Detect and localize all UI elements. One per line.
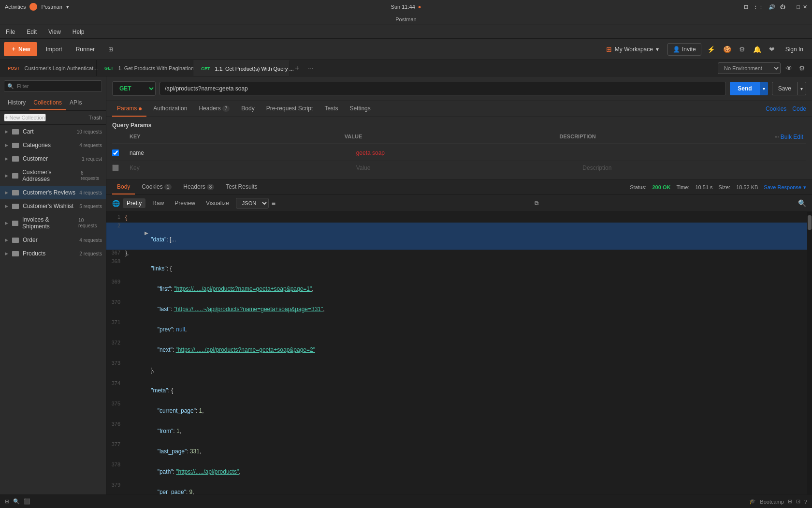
req-tab-params[interactable]: Params	[112, 101, 146, 117]
postman-icon	[29, 3, 37, 11]
minimize-btn[interactable]: ─	[790, 4, 794, 10]
req-tab-prerequest[interactable]: Pre-request Script	[261, 101, 318, 117]
url-input[interactable]	[160, 82, 726, 95]
tab-bar: POST Customer's Login Authenticat... GET…	[0, 60, 812, 76]
resp-tab-headers[interactable]: Headers8	[178, 180, 219, 194]
help-icon[interactable]: ?	[804, 499, 807, 505]
cookie-icon-btn[interactable]: 🍪	[721, 44, 733, 55]
import-button[interactable]: Import	[41, 43, 67, 56]
save-button[interactable]: Save	[772, 82, 798, 95]
collection-item-customer[interactable]: ▶ Customer 1 request	[0, 152, 106, 165]
layout-icon-2[interactable]: ⊡	[796, 498, 800, 505]
collection-item-products[interactable]: ▶ Products 2 requests	[0, 247, 106, 260]
tab-more-button[interactable]: ···	[304, 64, 318, 72]
bootcamp-label[interactable]: Bootcamp	[760, 499, 784, 505]
sidebar-tab-collections[interactable]: Collections	[29, 96, 66, 110]
grid-button[interactable]: ⊞	[103, 43, 118, 56]
sidebar-tab-history[interactable]: History	[4, 96, 29, 110]
new-button[interactable]: ＋ New	[4, 42, 37, 56]
raw-btn[interactable]: Raw	[148, 198, 168, 208]
search-response-icon[interactable]: 🔍	[798, 199, 806, 207]
tab-post-login[interactable]: POST Customer's Login Authenticat...	[0, 60, 97, 76]
param-checkbox-empty[interactable]	[112, 164, 119, 171]
eye-icon-btn[interactable]: 👁	[783, 62, 794, 74]
code-area[interactable]: 1 { 2 ▶ "data": [... 367 }, 368	[106, 212, 812, 494]
line-num-379: 379	[108, 482, 125, 488]
resp-tab-cookies[interactable]: Cookies1	[137, 180, 176, 194]
bell-icon-btn[interactable]: 🔔	[751, 44, 763, 55]
req-tab-body[interactable]: Body	[236, 101, 259, 117]
monitor-icon[interactable]: ⊞	[744, 4, 748, 10]
invite-button[interactable]: 👤 Invite	[667, 43, 701, 56]
sidebar-tab-apis[interactable]: APIs	[66, 96, 86, 110]
collection-item-order[interactable]: ▶ Order 4 requests	[0, 233, 106, 247]
method-select[interactable]: GET POST PUT DELETE	[112, 81, 156, 96]
collection-item-addresses[interactable]: ▶ Customer's Addresses 6 requests	[0, 165, 106, 186]
collapse-arrow-2[interactable]: ▶	[145, 230, 148, 236]
network-icon[interactable]: ⋮⋮	[753, 4, 764, 10]
collection-item-categories[interactable]: ▶ Categories 4 requests	[0, 138, 106, 152]
sign-in-button[interactable]: Sign In	[781, 43, 808, 56]
collection-item-invoices[interactable]: ▶ Invoices & Shipments 10 requests	[0, 213, 106, 233]
cookies-badge: 1	[164, 184, 172, 190]
close-btn[interactable]: ✕	[803, 4, 807, 10]
workspace-button[interactable]: ⊞ My Workspace ▾	[601, 43, 664, 56]
param-value-empty[interactable]	[353, 163, 580, 173]
dropdown-arrow[interactable]: ▾	[66, 4, 69, 10]
sidebar-filter-input[interactable]	[4, 80, 102, 92]
menu-help[interactable]: Help	[71, 28, 87, 36]
req-tab-settings[interactable]: Settings	[345, 101, 375, 117]
req-tab-headers[interactable]: Headers7	[194, 101, 234, 117]
status-icon-1[interactable]: ⊞	[5, 498, 9, 505]
volume-icon[interactable]: 🔊	[768, 4, 775, 10]
env-settings-icon-btn[interactable]: ⚙	[797, 62, 807, 74]
runner-button[interactable]: Runner	[71, 43, 100, 56]
collection-item-wishlist[interactable]: ▶ Customer's Wishlist 5 requests	[0, 199, 106, 213]
param-key-0[interactable]	[127, 148, 353, 158]
code-link[interactable]: Code	[792, 105, 806, 112]
settings-icon-btn[interactable]: ⚙	[737, 44, 747, 55]
menu-edit[interactable]: Edit	[25, 28, 39, 36]
new-collection-button[interactable]: + New Collection	[4, 114, 46, 121]
tab-get-products[interactable]: GET 1. Get Products With Pagination: ...	[97, 60, 193, 76]
vertical-scrollbar[interactable]	[807, 212, 812, 494]
activities-label[interactable]: Activities	[5, 4, 26, 10]
param-key-empty[interactable]	[127, 163, 353, 173]
environment-select[interactable]: No Environment	[718, 62, 781, 74]
param-desc-0[interactable]	[580, 148, 806, 158]
req-tab-authorization[interactable]: Authorization	[148, 101, 192, 117]
tab-get-query[interactable]: GET 1.1. Get Product(s) With Query ...	[193, 60, 290, 76]
param-value-0[interactable]	[353, 148, 580, 158]
power-icon[interactable]: ⏻	[780, 4, 785, 10]
pretty-btn[interactable]: Pretty	[123, 198, 145, 208]
plus-icon: ＋	[11, 45, 16, 53]
req-tab-tests[interactable]: Tests	[319, 101, 343, 117]
param-checkbox-0[interactable]	[112, 149, 119, 156]
save-response-button[interactable]: Save Response ▾	[764, 184, 806, 191]
postman-app-label[interactable]: Postman	[41, 4, 62, 10]
heart-icon-btn[interactable]: ❤	[767, 44, 777, 55]
collection-item-reviews[interactable]: ▶ Customer's Reviews 4 requests	[0, 186, 106, 199]
menu-view[interactable]: View	[46, 28, 63, 36]
send-dropdown-button[interactable]: ▾	[760, 82, 768, 95]
wrap-icon[interactable]: ≡	[272, 199, 276, 207]
status-icon-2[interactable]: 🔍	[13, 498, 20, 505]
bulk-edit-button[interactable]: Bulk Edit	[781, 134, 803, 140]
layout-icon-1[interactable]: ⊞	[788, 498, 792, 505]
preview-btn[interactable]: Preview	[171, 198, 199, 208]
maximize-btn[interactable]: □	[797, 4, 800, 10]
lightning-icon-btn[interactable]: ⚡	[705, 44, 717, 55]
send-button[interactable]: Send	[730, 82, 759, 95]
status-icon-3[interactable]: ⬛	[24, 498, 30, 505]
visualize-btn[interactable]: Visualize	[202, 198, 233, 208]
trash-button[interactable]: Trash	[88, 115, 102, 120]
cookies-link[interactable]: Cookies	[766, 105, 786, 112]
menu-file[interactable]: File	[4, 28, 17, 36]
collection-item-cart[interactable]: ▶ Cart 10 requests	[0, 125, 106, 138]
resp-tab-test-results[interactable]: Test Results	[221, 180, 262, 194]
resp-tab-body[interactable]: Body	[112, 180, 135, 194]
save-dropdown-button[interactable]: ▾	[798, 82, 806, 95]
format-select[interactable]: JSON XML Text	[236, 198, 269, 209]
param-desc-empty[interactable]	[580, 163, 806, 173]
copy-icon[interactable]: ⧉	[535, 200, 539, 207]
